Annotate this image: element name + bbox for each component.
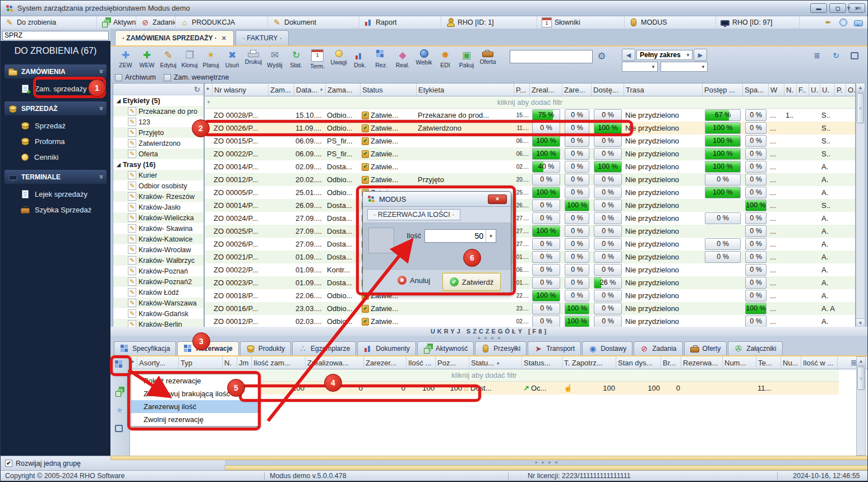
- filter-select-1[interactable]: ▼: [622, 62, 658, 72]
- splitter-handle[interactable]: ● ● ● ●: [110, 336, 868, 340]
- tree-item-kraków-wrocław[interactable]: ✎Kraków-Wrocław: [113, 244, 204, 255]
- column-header-u1[interactable]: U.: [809, 84, 820, 96]
- list-icon[interactable]: ≣: [812, 51, 821, 60]
- sidebar-item-lejek-sprzedaży[interactable]: Lejek sprzedaży: [1, 186, 110, 202]
- bottom-vertical-scrollbar[interactable]: ▲ ≡: [856, 356, 866, 456]
- context-menu-item-zwolnij-rezerwację[interactable]: Zwolnij rezerwację: [131, 413, 258, 426]
- order-row[interactable]: ZO 00012/P...02.03....Odbio...✔Zatwie...…: [205, 315, 855, 328]
- column-header-nu[interactable]: Nu...: [781, 356, 801, 369]
- ink-icon[interactable]: ✒: [824, 18, 833, 27]
- toolbar-button-stat[interactable]: ↻Stat.: [285, 48, 307, 71]
- horizontal-scrollbar[interactable]: [110, 456, 868, 460]
- column-header-zrealizowana[interactable]: Zrealizowa...: [306, 356, 364, 369]
- column-header-num[interactable]: Num...: [723, 356, 756, 369]
- column-header-w[interactable]: W: [769, 84, 784, 96]
- column-header-brak[interactable]: Br...: [661, 356, 681, 369]
- collapse-chevron-icon[interactable]: «: [96, 69, 105, 73]
- reservation-actions-icon[interactable]: [114, 360, 123, 369]
- tree-group-etykiety-5-[interactable]: ◢Etykiety (5): [113, 95, 204, 106]
- column-header-ilosc_w[interactable]: Ilość w ...: [801, 356, 838, 369]
- toolbar-button-rez[interactable]: Rez.: [371, 48, 392, 71]
- order-row[interactable]: ZO 00014/P...02.09....Dosta...✔Zatwie...…: [205, 160, 855, 173]
- activity-icon[interactable]: [115, 387, 124, 396]
- collapse-chevron-icon[interactable]: «: [96, 106, 105, 110]
- range-next-button[interactable]: ▶: [694, 49, 707, 61]
- menu-item-do-zrobienia[interactable]: ✎Do zrobienia: [1, 16, 97, 29]
- order-row[interactable]: ZO 00024/P...27.09....Dosta...✔Zatwie...…: [205, 212, 855, 225]
- order-row[interactable]: ZO 00016/P...23.03....Odbio...✔Zatwie...…: [205, 302, 855, 315]
- column-header-n[interactable]: N.: [784, 84, 797, 96]
- column-header-spa[interactable]: Spa...: [743, 84, 769, 96]
- order-row[interactable]: ZO 00022/P...06.09....PS_fir...✔Zatwie..…: [205, 147, 855, 160]
- column-header-ilosc_zam[interactable]: Ilość zam...: [252, 356, 306, 369]
- tree-item-kraków-poznań[interactable]: ✎Kraków-Poznań: [113, 266, 204, 276]
- tree-expand-icon[interactable]: ◢: [117, 98, 121, 104]
- column-header-ind[interactable]: *: [130, 356, 137, 369]
- tab-close-icon[interactable]: ✕: [857, 5, 862, 11]
- range-selector[interactable]: Pełny zakres ▼: [636, 50, 692, 60]
- tree-item-kraków-skawina[interactable]: ✎Kraków- Skawina: [113, 223, 204, 234]
- order-row[interactable]: ZO 00012/P...20.02....Odbio...✔Zatwie...…: [205, 173, 855, 186]
- quantity-input[interactable]: [425, 230, 486, 242]
- sidebar-section-sprzedaż[interactable]: SPRZEDAŻ«: [4, 101, 107, 115]
- checkbox-icon[interactable]: [115, 74, 122, 81]
- menu-item-zadanie[interactable]: ⊘Zadanie: [136, 16, 176, 29]
- scroll-up-icon[interactable]: ▲: [857, 357, 865, 366]
- gear-icon[interactable]: ⚙: [597, 52, 606, 61]
- sidebar-item-sprzedaż[interactable]: Sprzedaż: [1, 118, 110, 133]
- horizontal-scrollbar[interactable]: [225, 465, 868, 470]
- tab-egzemplarze[interactable]: ∴Egzemplarze: [292, 341, 356, 355]
- help-icon[interactable]: [839, 18, 847, 26]
- maximize-button[interactable]: ▢: [829, 3, 846, 13]
- tree-item-przyjęto[interactable]: ✎Przyjęto: [113, 127, 204, 138]
- column-header-zreal[interactable]: Zreal...: [530, 84, 562, 96]
- refresh-blue-icon[interactable]: ↻: [832, 51, 841, 60]
- toolbar-button-edi[interactable]: ✹EDI: [435, 48, 456, 71]
- toolbar-button-oferta[interactable]: Oferta: [477, 48, 498, 71]
- column-header-pp[interactable]: P.: [835, 84, 846, 96]
- toolbar-button-webik[interactable]: Webik: [413, 48, 435, 71]
- toolbar-button-klonuj[interactable]: ❐Klonuj: [179, 48, 200, 71]
- toolbar-button-drukuj[interactable]: Drukuj: [243, 48, 264, 71]
- tab-specyfikacja[interactable]: Specyfikacja: [114, 341, 176, 355]
- tree-item-odbior-osobisty[interactable]: ✎Odbior osobisty: [113, 180, 204, 191]
- splitter-handle[interactable]: ● ● ● ●: [225, 460, 868, 465]
- scrollbar-thumb[interactable]: ≡: [857, 93, 864, 123]
- sidebar-item-proforma[interactable]: Proforma: [1, 133, 110, 149]
- column-header-t_zapotrz[interactable]: T. Zapotrz...: [562, 356, 616, 369]
- toolbar-button-dok[interactable]: Dok.: [349, 48, 371, 71]
- column-header-o[interactable]: O.: [846, 84, 856, 96]
- column-header-ilosc[interactable]: Ilość ...: [407, 356, 436, 369]
- order-row[interactable]: ZO 00021/P...01.09....Dosta...✔Zatwie...…: [205, 251, 855, 263]
- toolbar-button-pakuj[interactable]: ▣Pakuj: [456, 48, 477, 71]
- search-input[interactable]: [2, 31, 109, 40]
- column-header-statu[interactable]: Statu...▲: [469, 356, 522, 369]
- window-icon[interactable]: [115, 425, 123, 432]
- order-row[interactable]: ZO 00018/P...22.06....Odbio...✔Zatwie...…: [205, 289, 855, 302]
- tab-przesyłki[interactable]: Przesyłki: [475, 341, 527, 355]
- order-row[interactable]: ZO 00028/P...15.10....Odbio...✔Zatwie...…: [205, 109, 855, 122]
- tab-rezerwacje[interactable]: Rezerwacje: [177, 341, 238, 355]
- tab-close-icon[interactable]: ✕: [221, 35, 227, 42]
- tab-dostawy[interactable]: ◉Dostawy: [582, 341, 632, 355]
- column-header-jm[interactable]: Jm: [237, 356, 252, 369]
- column-header-typ[interactable]: Typ: [179, 356, 223, 369]
- sidebar-item-zam-sprzedaży[interactable]: Zam. sprzedaży: [1, 81, 110, 96]
- refresh-icon[interactable]: ↻: [194, 85, 200, 94]
- sidebar-item-szybka-sprzedaż[interactable]: Szybka Sprzedaż: [1, 202, 110, 217]
- tab-produkty[interactable]: Produkty: [240, 341, 291, 355]
- toolbar-button-term[interactable]: Term.: [307, 48, 328, 71]
- tree-item-kraków-łódź[interactable]: ✎Kraków Łódź: [113, 287, 204, 298]
- column-header-u[interactable]: U.: [820, 84, 835, 96]
- order-row[interactable]: ZO 00015/P...06.09....PS_fir...✔Zatwie..…: [205, 135, 855, 147]
- column-header-trasa[interactable]: Trasa: [624, 84, 703, 96]
- context-menu-item-zarezerwuj-brakującą-ilość[interactable]: Zarezerwuj brakującą ilość: [131, 387, 258, 400]
- menu-item-dokument[interactable]: ✎Dokument: [268, 16, 359, 29]
- menu-item-rho-id-1-[interactable]: RHO [ID: 1]: [441, 16, 537, 29]
- order-row[interactable]: ZO 00026/P...27.09....Dosta...✔Zatwie...…: [205, 238, 855, 251]
- tree-item-oferta[interactable]: ✎Oferta: [113, 149, 204, 159]
- range-prev-button[interactable]: ◀: [622, 49, 635, 61]
- scrollbar-thumb[interactable]: ≡: [857, 367, 865, 390]
- column-header-etykieta[interactable]: Etykieta: [417, 84, 514, 96]
- column-header-p[interactable]: P...: [514, 84, 530, 96]
